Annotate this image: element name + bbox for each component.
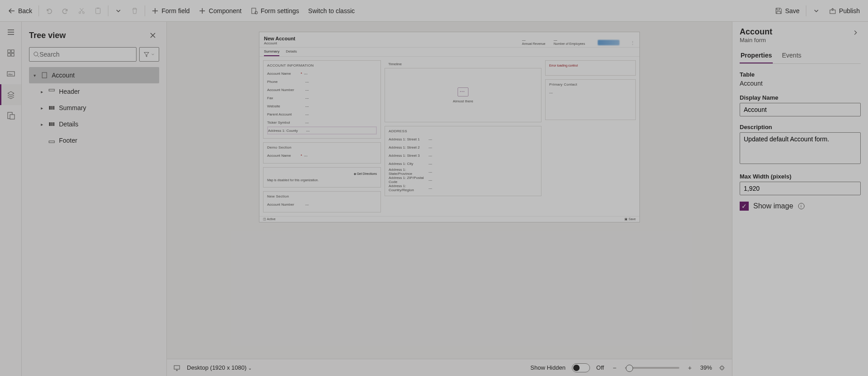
rail-fields[interactable]: Abc xyxy=(0,63,21,84)
section-primary-contact[interactable]: Primary Contact --- xyxy=(545,79,636,120)
save-dropdown[interactable] xyxy=(808,0,824,21)
viewport-selector[interactable]: Desktop (1920 x 1080) ⌄ xyxy=(187,364,252,371)
description-input[interactable] xyxy=(740,132,861,164)
field-value: --- xyxy=(429,186,432,190)
field-label: Account Name xyxy=(267,154,300,158)
tree-item-details[interactable]: ▸ Details xyxy=(29,116,159,132)
svg-rect-17 xyxy=(49,89,54,91)
svg-point-1 xyxy=(83,12,84,14)
paste-dropdown[interactable] xyxy=(110,0,127,21)
field-label: Phone xyxy=(267,80,300,84)
tab-summary[interactable]: Summary xyxy=(264,49,279,56)
form-settings-button[interactable]: Form settings xyxy=(246,0,304,21)
hamburger-icon xyxy=(6,28,15,37)
header-overflow[interactable]: ⋮ xyxy=(630,40,635,45)
section-new[interactable]: New Section Account Number--- xyxy=(263,191,381,212)
section-map[interactable]: ◈ Get Directions Map is disabled for thi… xyxy=(263,167,381,188)
field-label: Address 1: Street 1 xyxy=(389,137,429,141)
info-icon[interactable]: i xyxy=(798,202,805,210)
tree-item-summary[interactable]: ▸ Summary xyxy=(29,100,159,116)
annual-revenue-label: Annual Revenue xyxy=(522,42,546,45)
svg-rect-2 xyxy=(96,8,100,14)
tree-item-footer[interactable]: Footer xyxy=(29,132,159,149)
chevron-down-icon: ▾ xyxy=(32,73,37,78)
rail-hamburger[interactable] xyxy=(0,22,21,43)
header-icon xyxy=(48,88,55,95)
display-name-label: Display Name xyxy=(740,94,861,101)
form-title: New Account xyxy=(264,36,295,41)
section-title: ACCOUNT INFORMATION xyxy=(267,63,377,67)
tree-filter-button[interactable] xyxy=(139,47,159,62)
table-value: Account xyxy=(740,80,861,87)
tab-details[interactable]: Details xyxy=(286,49,297,56)
zoom-out-button[interactable]: − xyxy=(610,364,619,372)
show-image-label: Show image xyxy=(753,202,793,210)
field-value: --- xyxy=(305,202,309,207)
form-subtitle: Account xyxy=(264,41,295,45)
fit-icon[interactable] xyxy=(718,364,726,371)
get-directions-link[interactable]: ◈ Get Directions xyxy=(267,170,377,177)
section-error[interactable]: Error loading control xyxy=(545,60,636,76)
timeline-icon xyxy=(458,87,468,96)
publish-button[interactable]: Publish xyxy=(824,0,864,21)
delete-button[interactable] xyxy=(127,0,143,21)
max-width-input[interactable] xyxy=(740,182,861,195)
svg-rect-24 xyxy=(49,141,54,143)
field-label: Address 1: Country/Region xyxy=(389,184,429,192)
tab-icon xyxy=(48,104,55,111)
rail-forms[interactable] xyxy=(0,105,21,126)
collapse-panel-button[interactable] xyxy=(850,27,861,38)
tree-search-box[interactable] xyxy=(29,47,137,62)
props-title: Account xyxy=(740,27,850,37)
top-toolbar: Back Form field Component Form settings … xyxy=(0,0,868,22)
field-value: --- xyxy=(305,80,309,84)
show-hidden-toggle[interactable] xyxy=(572,363,590,372)
cut-button[interactable] xyxy=(73,0,90,21)
field-value: --- xyxy=(429,137,432,141)
field-label: Address 1: ZIP/Postal Code xyxy=(389,176,429,184)
svg-rect-22 xyxy=(51,122,53,126)
table-label: Table xyxy=(740,71,861,78)
tree-item-account[interactable]: ▾ Account xyxy=(29,67,159,83)
tree-close-button[interactable] xyxy=(146,29,159,42)
description-label: Description xyxy=(740,124,861,130)
rail-components[interactable] xyxy=(0,43,21,63)
back-button[interactable]: Back xyxy=(4,0,37,21)
close-icon xyxy=(150,32,156,39)
section-address[interactable]: ADDRESS Address 1: Street 1--- Address 1… xyxy=(385,126,541,196)
section-title: New Section xyxy=(267,194,377,198)
save-button[interactable]: Save xyxy=(770,0,804,21)
svg-rect-8 xyxy=(11,50,14,53)
display-name-input[interactable] xyxy=(740,103,861,116)
prop-tab-events[interactable]: Events xyxy=(781,48,802,63)
form-icon xyxy=(6,111,15,120)
tree-search-input[interactable] xyxy=(39,51,132,58)
rail-tree-view[interactable] xyxy=(0,84,21,105)
zoom-in-button[interactable]: + xyxy=(686,364,694,372)
section-account-info[interactable]: ACCOUNT INFORMATION Account Name*--- Pho… xyxy=(263,60,381,139)
form-canvas[interactable]: New Account Account ---Annual Revenue --… xyxy=(259,32,640,222)
svg-rect-10 xyxy=(11,53,14,56)
redo-button[interactable] xyxy=(57,0,73,21)
switch-classic-button[interactable]: Switch to classic xyxy=(304,0,360,21)
zoom-slider[interactable] xyxy=(625,367,679,369)
section-timeline[interactable]: Timeline Almost there xyxy=(385,60,541,122)
show-image-checkbox[interactable]: ✓ xyxy=(740,202,749,211)
section-demo[interactable]: Demo Section Account Name*--- xyxy=(263,142,381,164)
form-field-button[interactable]: Form field xyxy=(147,0,194,21)
form-header[interactable]: New Account Account ---Annual Revenue --… xyxy=(259,32,639,48)
section-title: Primary Contact xyxy=(549,82,632,87)
field-value: --- xyxy=(305,88,309,92)
tree-item-header[interactable]: ▸ Header xyxy=(29,83,159,100)
paste-button[interactable] xyxy=(90,0,106,21)
chevron-right-icon: ▸ xyxy=(39,106,44,111)
prop-tab-properties[interactable]: Properties xyxy=(740,48,773,63)
field-value: --- xyxy=(304,154,307,158)
component-button[interactable]: Component xyxy=(194,0,246,21)
field-label: Fax xyxy=(267,96,300,100)
undo-button[interactable] xyxy=(41,0,57,21)
paste-icon xyxy=(94,7,102,14)
svg-point-15 xyxy=(34,52,38,56)
cut-icon xyxy=(78,7,85,14)
show-hidden-label: Show Hidden xyxy=(531,364,566,371)
